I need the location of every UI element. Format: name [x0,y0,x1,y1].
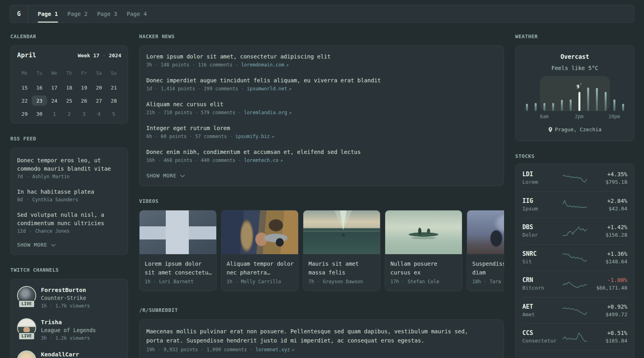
subreddit-domain-link[interactable]: loremnet.xyz↗ [256,347,295,352]
twitch-channel-name[interactable]: KendallCarr [41,350,79,358]
calendar-day[interactable]: 2 [62,109,76,119]
calendar-day[interactable]: 26 [77,95,91,106]
calendar-day[interactable]: 5 [107,109,121,119]
separator-dot: · [158,110,161,115]
video-title[interactable]: Nullam posuerecursus ex [390,259,457,277]
stock-row[interactable]: AHS +0.46% [522,350,627,358]
hn-item-domain-link[interactable]: loremtech.co↗ [244,158,283,163]
rss-section-title: RSS FEED [10,136,128,141]
weather-bar [540,75,549,111]
stock-row[interactable]: LDILorem +4.35%$795.18 [522,165,627,191]
video-body: Nullam posuerecursus ex 17h · Stefan Col… [385,254,462,291]
dashboard: G Page 1 Page 2 Page 3 Page 4 CALENDAR A… [0,0,644,358]
calendar-day[interactable]: 25 [62,95,76,106]
subreddit-post-text[interactable]: Maecenas mollis pulvinar erat non posuer… [146,327,484,345]
video-thumbnail[interactable] [385,210,462,254]
chevron-down-icon [51,242,55,246]
separator-dot: · [26,197,29,202]
video-card[interactable]: Mauris sit ametmassa felis 7h · Grayson … [303,210,380,291]
twitch-channel[interactable]: LIVE KendallCarr [17,350,121,358]
hn-item-domain-link[interactable]: loremdomain.com↗ [241,62,289,68]
navbar: G Page 1 Page 2 Page 3 Page 4 [10,5,634,23]
stock-row[interactable]: CCSConsectetur +0.51%$165.84 [522,323,627,350]
rss-item-title[interactable]: Donec tempor eros leo, ut commodo mauris… [17,156,121,173]
calendar-day[interactable]: 22 [17,95,32,106]
video-card[interactable]: Aliquam tempor dolornec pharetra… 1h · M… [221,210,299,291]
logo[interactable]: G [10,5,28,23]
rss-show-more-button[interactable]: SHOW MORE [17,242,121,247]
rss-item-meta: 8d · Cynthia Saunders [17,196,121,204]
video-title[interactable]: Suspendissediam [472,259,504,277]
tab-page-2[interactable]: Page 2 [68,5,88,23]
twitch-channel-info: ForrestBurton Counter-Strike 1h · 1.7k v… [41,286,90,310]
twitch-channel-name[interactable]: Trisha [41,318,96,326]
hn-item-title[interactable]: Donec imperdiet augue tincidunt felis al… [146,76,497,85]
stock-name: Lorem [522,179,562,185]
hn-show-more-button[interactable]: SHOW MORE [146,173,497,178]
stock-sparkline [562,251,588,264]
separator-dot: · [195,158,198,163]
stock-symbol: CCS [522,329,562,337]
calendar-day[interactable]: 29 [17,109,32,119]
video-thumbnail[interactable] [140,210,216,254]
calendar-day[interactable]: 1 [47,109,62,119]
stock-row[interactable]: IIGIpsum +2.84%$42.04 [522,191,627,218]
calendar-day[interactable]: 15 [17,82,32,93]
video-meta: 18h · Tara [472,278,504,286]
calendar-day[interactable]: 4 [91,109,106,119]
video-thumbnail[interactable] [467,210,504,254]
video-card[interactable]: Nullam posuerecursus ex 17h · Stefan Col… [385,210,462,291]
hn-item-title[interactable]: Integer eget rutrum lorem [146,124,497,133]
video-title[interactable]: Lorem ipsum dolorsit amet consectetu… [145,259,211,277]
calendar-day[interactable]: 16 [32,82,47,93]
rss-item-title[interactable]: Sed volutpat nulla nisl, a condimentum n… [17,211,121,228]
calendar-day[interactable]: 21 [107,82,121,93]
weather-feels-like: Feels like 5°C [522,64,627,72]
stock-change: +0.51% [588,329,627,337]
twitch-channel[interactable]: LIVE Trisha League of Legends 3h · 1.2k … [17,318,121,342]
external-link-icon: ↗ [280,157,283,164]
rss-item-title[interactable]: In hac habitasse platea [17,188,121,196]
calendar-day[interactable]: 27 [91,95,106,106]
tab-page-3[interactable]: Page 3 [97,5,117,23]
stock-row[interactable]: CRNBitcorn -1.00%$66,171.48 [522,270,627,297]
hn-item-domain-link[interactable]: ipsumify.biz↗ [235,134,274,139]
twitch-channel[interactable]: LIVE ForrestBurton Counter-Strike 1h · 1… [17,286,121,310]
calendar-day[interactable]: 23 [32,95,47,106]
hn-item-title[interactable]: Donec enim nibh, condimentum et accumsan… [146,148,497,157]
calendar-day[interactable]: 19 [77,82,91,93]
hacker-news-section-title: HACKER NEWS [139,34,504,39]
stock-price: $156.28 [588,232,627,238]
tab-page-1[interactable]: Page 1 [38,5,58,23]
hn-item-title[interactable]: Lorem ipsum dolor sit amet, consectetur … [146,52,497,61]
calendar-day[interactable]: 30 [32,109,47,119]
separator-dot: · [158,347,161,352]
video-card[interactable]: Suspendissediam 18h · Tara [467,210,504,291]
stock-row[interactable]: AETAmet +0.92%$499.72 [522,297,627,324]
video-card[interactable]: Lorem ipsum dolorsit amet consectetu… 1h… [139,210,217,291]
video-title[interactable]: Mauris sit ametmassa felis [308,259,375,277]
stock-sparkline [562,304,588,317]
stock-row[interactable]: SNRCSit +1.36%$148.64 [522,244,627,271]
calendar-day[interactable]: 20 [91,82,106,93]
hn-item-title[interactable]: Aliquam nec cursus elit [146,100,497,109]
stock-row[interactable]: DBSDolor +1.42%$156.28 [522,218,627,244]
map-pin-icon [548,127,553,132]
main-grid: CALENDAR April Week 17 · 2024 Mo Tu We T… [10,23,634,358]
calendar-day[interactable]: 3 [77,109,91,119]
calendar-day[interactable]: 18 [62,82,76,93]
tab-page-4[interactable]: Page 4 [127,5,147,23]
hn-item-domain-link[interactable]: ipsumworld.net↗ [247,86,291,91]
twitch-channel-name[interactable]: ForrestBurton [41,286,90,294]
calendar-day[interactable]: 24 [47,95,62,106]
subreddit-post-meta: 19h · 9,932 points · 1,090 comments · lo… [146,346,497,354]
video-title[interactable]: Aliquam tempor dolornec pharetra… [227,259,293,277]
calendar-day[interactable]: 17 [47,82,62,93]
hn-item-domain-link[interactable]: loremlandia.org↗ [244,110,292,115]
separator-dot: · [235,62,238,68]
external-link-icon: ↗ [289,109,291,117]
stock-name: Bitcorn [522,284,562,291]
calendar-day[interactable]: 28 [107,95,121,106]
video-thumbnail[interactable] [221,210,298,254]
video-thumbnail[interactable] [303,210,380,254]
